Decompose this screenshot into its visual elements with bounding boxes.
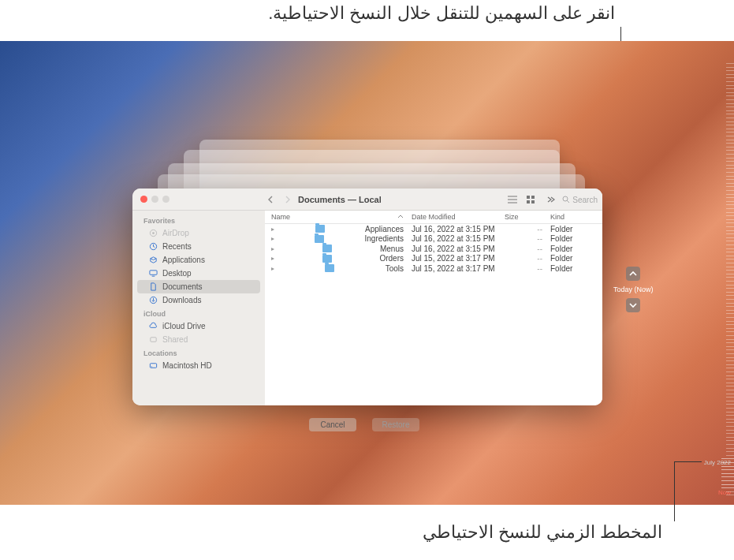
timeline-tick[interactable] bbox=[726, 118, 734, 118]
timeline-tick[interactable] bbox=[726, 288, 734, 289]
timeline-tick[interactable] bbox=[726, 121, 734, 122]
sidebar-item-shared[interactable]: Shared bbox=[137, 333, 260, 346]
timeline-tick[interactable] bbox=[726, 158, 734, 159]
timeline-tick[interactable] bbox=[726, 430, 734, 431]
sidebar-item-downloads[interactable]: Downloads bbox=[137, 293, 260, 307]
minimize-button[interactable] bbox=[151, 196, 158, 203]
timeline-tick[interactable] bbox=[726, 495, 734, 495]
timeline-tick[interactable] bbox=[726, 245, 734, 245]
timeline-tick[interactable] bbox=[726, 161, 734, 162]
timeline-tick[interactable] bbox=[726, 67, 734, 68]
search-field[interactable]: Search bbox=[562, 196, 598, 204]
timeline-tick[interactable] bbox=[726, 426, 734, 427]
timeline-tick[interactable] bbox=[726, 364, 734, 365]
file-row[interactable]: ▸AppliancesJul 16, 2022 at 3:15 PM--Fold… bbox=[265, 224, 602, 234]
timeline-tick[interactable] bbox=[726, 371, 734, 372]
timeline-tick[interactable] bbox=[726, 303, 734, 304]
timeline-tick[interactable] bbox=[726, 201, 734, 202]
timeline-tick[interactable] bbox=[726, 259, 734, 259]
timeline-tick[interactable] bbox=[726, 368, 734, 368]
disclosure-icon[interactable]: ▸ bbox=[271, 226, 274, 233]
timeline-tick[interactable] bbox=[721, 473, 734, 474]
timeline-tick[interactable] bbox=[726, 88, 734, 89]
timeline-tick[interactable] bbox=[726, 172, 734, 173]
overflow-icon[interactable] bbox=[543, 193, 557, 206]
timeline-tick[interactable] bbox=[726, 70, 734, 71]
timeline-tick[interactable] bbox=[726, 237, 734, 238]
sidebar-item-airdrop[interactable]: AirDrop bbox=[137, 226, 260, 240]
timeline-tick[interactable] bbox=[726, 292, 734, 293]
timeline-tick[interactable] bbox=[721, 476, 734, 477]
timeline-tick[interactable] bbox=[726, 103, 734, 104]
file-row[interactable]: ▸MenusJul 16, 2022 at 3:15 PM--Folder bbox=[265, 244, 602, 254]
timeline-tick[interactable] bbox=[726, 222, 734, 223]
timeline-tick[interactable] bbox=[726, 74, 734, 75]
timeline-tick[interactable] bbox=[726, 324, 734, 325]
timeline-tick[interactable] bbox=[726, 408, 734, 409]
timeline-tick[interactable] bbox=[726, 422, 734, 423]
timeline-tick[interactable] bbox=[726, 448, 734, 449]
timeline-tick[interactable] bbox=[726, 383, 734, 383]
timeline-tick[interactable] bbox=[726, 357, 734, 358]
timeline-tick[interactable] bbox=[726, 197, 734, 198]
timeline-tick[interactable] bbox=[726, 433, 734, 434]
timeline-tick[interactable] bbox=[726, 215, 734, 216]
restore-button[interactable]: Restore bbox=[372, 418, 419, 431]
timeline-tick[interactable] bbox=[726, 353, 734, 354]
timeline-tick[interactable] bbox=[726, 339, 734, 340]
list-view-icon[interactable] bbox=[505, 193, 520, 206]
timeline-tick[interactable] bbox=[726, 451, 734, 452]
col-size-label[interactable]: Size bbox=[505, 213, 550, 221]
backup-timeline[interactable]: July 2022 Now bbox=[712, 63, 734, 505]
timeline-tick[interactable] bbox=[726, 491, 734, 492]
timeline-tick[interactable] bbox=[726, 285, 734, 286]
timeline-tick[interactable] bbox=[726, 299, 734, 300]
timeline-tick[interactable] bbox=[726, 274, 734, 274]
back-button[interactable] bbox=[265, 193, 278, 206]
timeline-tick[interactable] bbox=[726, 212, 734, 213]
timeline-tick[interactable] bbox=[726, 168, 734, 169]
timeline-tick[interactable] bbox=[726, 263, 734, 263]
timeline-tick[interactable] bbox=[726, 335, 734, 336]
close-button[interactable] bbox=[140, 196, 147, 203]
sidebar-item-applications[interactable]: Applications bbox=[137, 253, 260, 267]
sidebar-item-documents[interactable]: Documents bbox=[137, 280, 260, 293]
disclosure-icon[interactable]: ▸ bbox=[271, 265, 274, 272]
timeline-tick[interactable] bbox=[726, 346, 734, 347]
timeline-tick[interactable] bbox=[726, 306, 734, 307]
timeline-tick[interactable] bbox=[726, 106, 734, 107]
timeline-tick[interactable] bbox=[726, 321, 734, 322]
col-name-label[interactable]: Name bbox=[271, 213, 290, 221]
group-icon[interactable] bbox=[524, 193, 538, 206]
timeline-tick[interactable] bbox=[726, 317, 734, 318]
timeline-tick[interactable] bbox=[726, 95, 734, 96]
timeline-tick[interactable] bbox=[726, 110, 734, 111]
timeline-tick[interactable] bbox=[721, 462, 734, 463]
timeline-tick[interactable] bbox=[726, 415, 734, 416]
timeline-tick[interactable] bbox=[721, 469, 734, 470]
disclosure-icon[interactable]: ▸ bbox=[271, 255, 274, 262]
timeline-tick[interactable] bbox=[726, 125, 734, 125]
timeline-tick[interactable] bbox=[726, 230, 734, 231]
timeline-tick[interactable] bbox=[721, 480, 734, 481]
sidebar-item-icloud-drive[interactable]: iCloud Drive bbox=[137, 319, 260, 333]
zoom-button[interactable] bbox=[162, 196, 170, 203]
timeline-tick[interactable] bbox=[726, 85, 734, 86]
timeline-tick[interactable] bbox=[726, 99, 734, 100]
timeline-tick[interactable] bbox=[726, 379, 734, 379]
file-row[interactable]: ▸ToolsJul 15, 2022 at 3:17 PM--Folder bbox=[265, 263, 602, 274]
timeline-tick[interactable] bbox=[726, 277, 734, 278]
timeline-tick[interactable] bbox=[726, 390, 734, 390]
sidebar-item-macintosh-hd[interactable]: Macintosh HD bbox=[137, 359, 260, 372]
timeline-tick[interactable] bbox=[726, 256, 734, 256]
timeline-tick[interactable] bbox=[726, 219, 734, 220]
timeline-tick[interactable] bbox=[726, 186, 734, 187]
timeline-tick[interactable] bbox=[726, 248, 734, 249]
timeline-tick[interactable] bbox=[726, 204, 734, 205]
timeline-tick[interactable] bbox=[721, 458, 734, 459]
timeline-tick[interactable] bbox=[726, 77, 734, 78]
timeline-tick[interactable] bbox=[726, 208, 734, 209]
timeline-tick[interactable] bbox=[726, 233, 734, 234]
timeline-tick[interactable] bbox=[721, 484, 734, 485]
timeline-tick[interactable] bbox=[726, 143, 734, 144]
